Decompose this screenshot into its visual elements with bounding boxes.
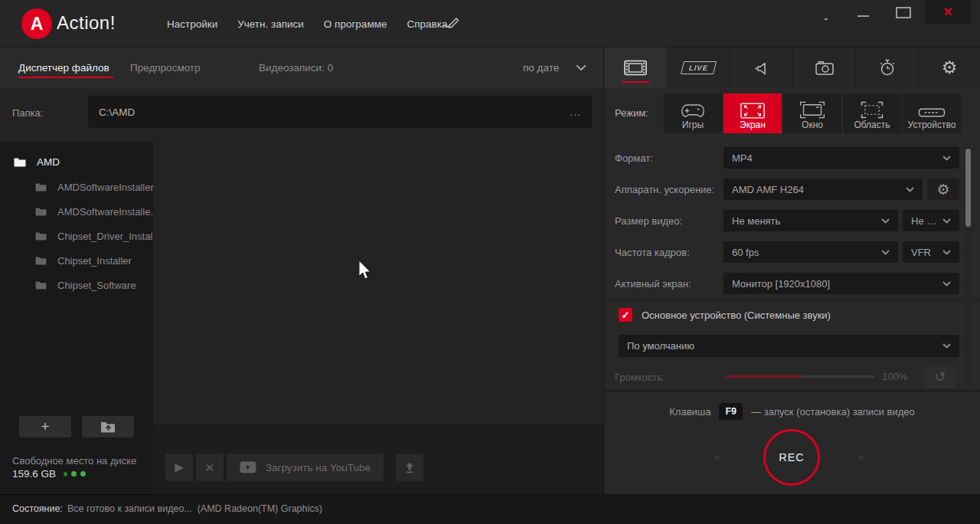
status-label: Состояние: [12, 503, 63, 514]
volume-value: 100% [882, 371, 907, 382]
chevron-down-icon [906, 187, 914, 192]
play-icon: ▶ [175, 460, 184, 474]
sort-dropdown[interactable]: по дате [523, 62, 586, 74]
menu-settings[interactable]: Настройки [167, 18, 217, 30]
mode-screen-button[interactable]: Экран [724, 93, 782, 133]
pen-signature-icon[interactable] [441, 16, 461, 33]
minimize-button[interactable] [858, 15, 869, 17]
tree-item-root[interactable]: AMD [0, 150, 153, 173]
chevron-down-icon [942, 281, 951, 287]
folder-icon [35, 182, 47, 192]
tree-item[interactable]: Chipset_Software [0, 273, 153, 297]
framerate-label: Частота кадров: [615, 247, 690, 258]
tab-file-manager[interactable]: Диспетчер файлов [18, 62, 109, 74]
region-capture-icon [861, 101, 884, 119]
free-space-value-row: 159.6 GB [12, 468, 86, 480]
stopwatch-icon [879, 59, 896, 77]
tab-scheduler[interactable] [855, 47, 918, 88]
folder-icon [35, 256, 47, 265]
free-space-value: 159.6 GB [12, 468, 56, 480]
hw-accel-dropdown[interactable]: AMD AMF H264 [724, 178, 923, 200]
mode-screen-label: Экран [740, 120, 766, 130]
chevron-down-icon [881, 218, 890, 224]
browse-button[interactable]: ... [570, 106, 581, 118]
mode-region-button[interactable]: Область [843, 93, 901, 133]
framerate-mode-dropdown[interactable]: VFR [903, 241, 959, 263]
reset-icon: ↺ [934, 368, 946, 385]
export-button[interactable] [396, 454, 423, 481]
tree-item[interactable]: Chipset_Driver_Instal... [0, 224, 153, 248]
primary-audio-checkbox[interactable]: ✓ [619, 308, 632, 322]
rec-button[interactable]: REC [763, 429, 820, 486]
folder-path-value: C:\AMD [99, 106, 135, 118]
primary-audio-label: Основное устройство (Системные звуки) [642, 309, 831, 321]
hw-accel-label: Аппаратн. ускорение: [615, 184, 714, 195]
menu-about[interactable]: О программе [324, 18, 387, 30]
chevron-down-icon [942, 218, 951, 224]
sort-value: по дате [523, 62, 559, 74]
file-list-area[interactable] [153, 142, 604, 425]
format-label: Формат: [615, 152, 653, 164]
folder-upload-icon [100, 421, 116, 433]
tab-settings[interactable]: ⚙ [918, 47, 980, 88]
volume-reset-button[interactable]: ↺ [925, 366, 956, 388]
folder-icon [14, 157, 26, 167]
add-folder-button[interactable]: + [19, 416, 71, 437]
tree-item[interactable]: AMDSoftwareInstaller [0, 175, 153, 199]
upload-youtube-button[interactable]: Загрузить на YouTube [227, 454, 384, 481]
check-icon: ✓ [622, 309, 630, 321]
youtube-icon [240, 461, 256, 473]
camera-icon [815, 61, 834, 75]
folder-icon [35, 280, 47, 290]
mode-label: Режим: [615, 107, 648, 119]
tree-item[interactable]: Chipset_Installer [0, 248, 153, 273]
maximize-button[interactable] [896, 7, 911, 18]
tree-item[interactable]: AMDSoftwareInstalle... [0, 199, 153, 224]
volume-slider[interactable] [726, 375, 874, 378]
mode-games-label: Игры [682, 120, 704, 130]
delete-button[interactable]: × [196, 454, 224, 481]
menu-accounts[interactable]: Учетн. записи [237, 18, 304, 30]
volume-slider-fill [726, 375, 802, 378]
active-screen-dropdown[interactable]: Монитор [1920x1080] [724, 273, 959, 294]
tab-audio-recording[interactable] [730, 47, 792, 88]
active-screen-label: Активный экран: [615, 278, 691, 290]
speaker-icon [754, 61, 769, 76]
mode-window-button[interactable]: Окно [783, 93, 841, 133]
mode-device-label: Устройство [908, 120, 956, 130]
framerate-dropdown[interactable]: 60 fps [724, 241, 898, 263]
audio-device-dropdown[interactable]: По умолчанию [619, 335, 959, 357]
video-size-unit-dropdown[interactable]: Не м... [903, 210, 959, 231]
tab-preview[interactable]: Предпросмотр [130, 62, 201, 74]
hotkey-suffix: — запуск (остановка) записи видео [751, 406, 915, 418]
close-button[interactable]: × [925, 0, 971, 24]
format-dropdown[interactable]: MP4 [724, 147, 959, 169]
tab-live-streaming[interactable]: LIVE [667, 47, 730, 88]
mode-device-button[interactable]: Устройство [903, 93, 961, 133]
mode-games-button[interactable]: Игры [664, 93, 722, 133]
app-title: Action! [57, 12, 116, 34]
open-folder-button[interactable] [82, 416, 134, 437]
gear-icon: ⚙ [942, 59, 958, 77]
free-space-label: Свободное место на диске [12, 455, 136, 467]
decor-dot [714, 455, 720, 460]
status-value: Все готово к записи видео... (AMD Radeon… [67, 503, 322, 514]
mode-window-label: Окно [802, 120, 823, 130]
gear-icon: ⚙ [936, 181, 949, 198]
app-logo-icon: Action!A [21, 8, 52, 39]
mode-region-label: Область [854, 120, 890, 130]
menubar: Настройки Учетн. записи О программе Спра… [167, 18, 447, 30]
close-icon: × [943, 3, 952, 21]
folder-label: Папка: [12, 107, 43, 119]
folder-path-input[interactable]: C:\AMD ... [88, 96, 592, 128]
panel-divider [603, 47, 604, 494]
action-app-window: Action!A Action! Настройки Учетн. записи… [0, 0, 980, 524]
video-size-dropdown[interactable]: Не менять [724, 210, 898, 231]
tab-screenshot[interactable] [792, 47, 855, 88]
hw-accel-settings-button[interactable]: ⚙ [927, 178, 959, 200]
active-tab-underline [18, 77, 113, 78]
panel-scrollbar-thumb[interactable] [965, 149, 971, 227]
section-separator [604, 390, 980, 391]
chevron-down-icon [942, 343, 951, 349]
play-button[interactable]: ▶ [165, 454, 193, 481]
